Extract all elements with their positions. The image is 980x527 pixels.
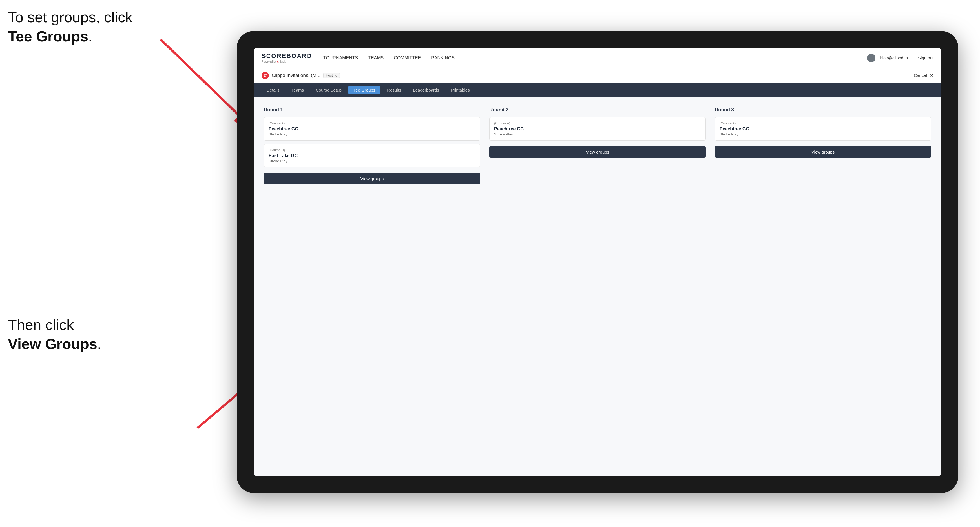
tab-teams[interactable]: Teams [286,86,309,94]
round-1-course-b-label: (Course B) [269,148,476,152]
round-3-course-a-format: Stroke Play [719,132,926,137]
round-2-course-a-name: Peachtree GC [494,127,701,132]
user-avatar [867,54,875,62]
nav-links: TOURNAMENTS TEAMS COMMITTEE RANKINGS [323,54,867,62]
nav-rankings[interactable]: RANKINGS [431,54,455,62]
tab-printables[interactable]: Printables [446,86,475,94]
logo-sub: Powered by clippit [262,59,312,63]
round-1-course-a-format: Stroke Play [269,132,476,137]
round-3-view-groups-button[interactable]: View groups [715,146,931,158]
tablet-device: SCOREBOARD Powered by clippit TOURNAMENT… [237,31,958,493]
tablet-screen: SCOREBOARD Powered by clippit TOURNAMENT… [254,48,942,476]
tournament-icon: C [262,72,269,79]
tab-leaderboards[interactable]: Leaderboards [408,86,444,94]
tournament-header: C Clippd Invitational (M... Hosting Canc… [254,68,942,83]
round-1-course-a-name: Peachtree GC [269,127,476,132]
instruction-bottom: Then click View Groups. [8,316,101,354]
tab-results[interactable]: Results [382,86,406,94]
sign-out-link[interactable]: Sign out [918,56,934,60]
nav-right: blair@clippd.io | Sign out [867,54,934,62]
round-1-course-b-name: East Lake GC [269,153,476,158]
round-3-course-a-name: Peachtree GC [719,127,926,132]
round-1-course-b-format: Stroke Play [269,159,476,163]
round-3-column: Round 3 (Course A) Peachtree GC Stroke P… [715,107,931,158]
round-2-view-groups-button[interactable]: View groups [489,146,706,158]
instruction-top-line2: Tee Groups. [8,27,132,46]
round-3-title: Round 3 [715,107,931,113]
cancel-button[interactable]: Cancel ✕ [914,73,934,78]
instruction-bottom-line1: Then click [8,316,101,335]
nav-tournaments[interactable]: TOURNAMENTS [323,54,358,62]
round-1-title: Round 1 [264,107,480,113]
round-2-course-a: (Course A) Peachtree GC Stroke Play [489,117,706,141]
round-2-course-a-label: (Course A) [494,121,701,125]
instruction-top: To set groups, click Tee Groups. [8,8,132,46]
view-groups-label: View Groups [8,336,97,352]
main-content: Round 1 (Course A) Peachtree GC Stroke P… [254,97,942,476]
tournament-name: C Clippd Invitational (M... Hosting [262,72,914,79]
round-1-course-b: (Course B) East Lake GC Stroke Play [264,144,480,167]
round-1-course-a: (Course A) Peachtree GC Stroke Play [264,117,480,141]
round-1-column: Round 1 (Course A) Peachtree GC Stroke P… [264,107,480,184]
user-email: blair@clippd.io [880,56,908,60]
round-3-course-a-label: (Course A) [719,121,926,125]
round-1-course-a-label: (Course A) [269,121,476,125]
round-1-view-groups-button[interactable]: View groups [264,173,480,184]
tab-bar: Details Teams Course Setup Tee Groups Re… [254,83,942,97]
instruction-bottom-line2: View Groups. [8,335,101,354]
logo-area: SCOREBOARD Powered by clippit [262,52,312,63]
round-2-column: Round 2 (Course A) Peachtree GC Stroke P… [489,107,706,158]
round-2-course-a-format: Stroke Play [494,132,701,137]
tab-details[interactable]: Details [262,86,285,94]
top-nav: SCOREBOARD Powered by clippit TOURNAMENT… [254,48,942,68]
logo-text: SCOREBOARD [262,52,312,60]
nav-committee[interactable]: COMMITTEE [394,54,421,62]
hosting-badge: Hosting [323,73,340,78]
round-3-course-a: (Course A) Peachtree GC Stroke Play [715,117,931,141]
tee-groups-label: Tee Groups [8,28,88,44]
instruction-top-line1: To set groups, click [8,8,132,27]
tab-course-setup[interactable]: Course Setup [310,86,347,94]
tab-tee-groups[interactable]: Tee Groups [348,86,380,94]
rounds-container: Round 1 (Course A) Peachtree GC Stroke P… [264,107,931,184]
nav-teams[interactable]: TEAMS [368,54,383,62]
round-2-title: Round 2 [489,107,706,113]
